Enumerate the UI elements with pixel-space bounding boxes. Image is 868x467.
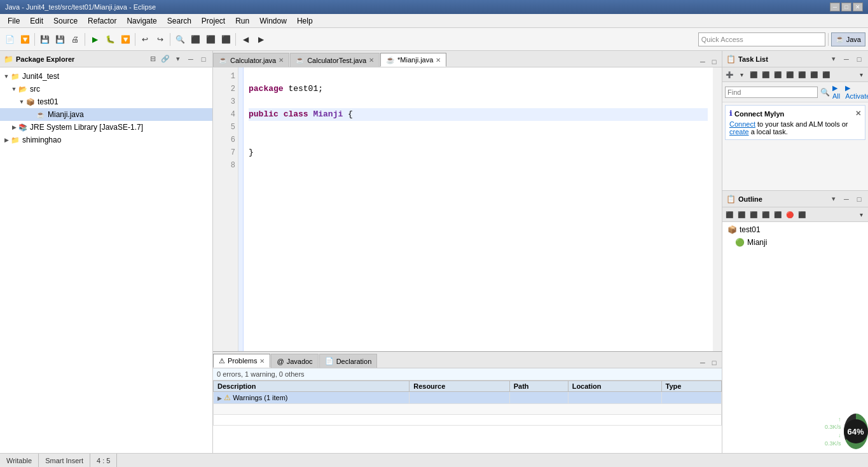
outline-btn-7[interactable]: ⬛ — [796, 209, 808, 220]
maximize-editor-button[interactable]: □ — [709, 57, 719, 67]
tab-close-calculator[interactable]: ✕ — [279, 57, 284, 64]
outline-btn-6[interactable]: 🔴 — [784, 209, 796, 220]
maximize-tasks-button[interactable]: □ — [854, 54, 864, 64]
outline-btn-4[interactable]: ⬛ — [760, 209, 771, 220]
maximize-bottom-button[interactable]: □ — [709, 358, 719, 368]
activate-label[interactable]: ▶ Activate... — [845, 84, 868, 100]
task-view-options[interactable]: ▾ — [855, 69, 867, 80]
outline-btn-5[interactable]: ⬛ — [772, 209, 783, 220]
col-location[interactable]: Location — [568, 381, 661, 392]
maximize-button[interactable]: □ — [841, 3, 851, 11]
run-button[interactable]: ▶ — [88, 32, 102, 46]
outline-btn-3[interactable]: ⬛ — [748, 209, 759, 220]
minimize-tasks-button[interactable]: ─ — [841, 54, 851, 64]
col-path[interactable]: Path — [509, 381, 568, 392]
outline-btn-1[interactable]: ⬛ — [724, 209, 735, 220]
task-btn-3[interactable]: ⬛ — [760, 69, 771, 80]
toolbar-btn-4[interactable]: ↪ — [153, 32, 167, 46]
toolbar-btn-2[interactable]: 🔽 — [118, 32, 132, 46]
tree-item-jre[interactable]: ▶ 📚 JRE System Library [JavaSE-1.7] — [0, 121, 212, 134]
link-editor-button[interactable]: 🔗 — [160, 54, 170, 64]
toolbar-btn-5[interactable]: 🔍 — [173, 32, 187, 46]
outline-item-mianji[interactable]: 🟢 Mianji — [722, 236, 868, 249]
tab-declaration[interactable]: 📄 Declaration — [319, 354, 378, 368]
toolbar-btn-8[interactable]: ⬛ — [219, 32, 233, 46]
task-view-menu[interactable]: ▾ — [829, 54, 839, 64]
connect-link[interactable]: Connect — [729, 120, 755, 128]
task-btn-2[interactable]: ⬛ — [748, 69, 759, 80]
minimize-panel-button[interactable]: ─ — [186, 54, 196, 64]
outline-title: Outline — [738, 195, 826, 203]
debug-button[interactable]: 🐛 — [103, 32, 117, 46]
tree-item-test01[interactable]: ▼ 📦 test01 — [0, 95, 212, 108]
menu-edit[interactable]: Edit — [25, 15, 48, 27]
minimize-outline-button[interactable]: ─ — [841, 194, 851, 204]
task-btn-7[interactable]: ⬛ — [808, 69, 820, 80]
code-editor[interactable]: 1 2 3 4 5 6 7 8 package test01; public c… — [213, 67, 722, 351]
tab-javadoc[interactable]: @ Javadoc — [271, 354, 318, 368]
minimize-button[interactable]: ─ — [830, 3, 840, 11]
outline-btn-2[interactable]: ⬛ — [736, 209, 747, 220]
task-btn-1[interactable]: ▾ — [736, 69, 747, 80]
task-btn-4[interactable]: ⬛ — [772, 69, 783, 80]
perspective-java-button[interactable]: ☕ Java — [831, 32, 865, 46]
toolbar-btn-9[interactable]: ◀ — [238, 32, 252, 46]
task-find-input[interactable] — [725, 87, 818, 98]
task-btn-8[interactable]: ⬛ — [820, 69, 832, 80]
maximize-panel-button[interactable]: □ — [198, 54, 209, 64]
tab-close-calculatortest[interactable]: ✕ — [369, 57, 374, 64]
col-resource[interactable]: Resource — [410, 381, 510, 392]
new-button[interactable]: 📄 — [3, 32, 17, 46]
minimize-bottom-button[interactable]: ─ — [698, 358, 708, 368]
menu-search[interactable]: Search — [162, 15, 196, 27]
save-all-button[interactable]: 💾 — [53, 32, 67, 46]
tab-close-mianji[interactable]: ✕ — [436, 57, 441, 64]
outline-item-test01[interactable]: 📦 test01 — [722, 223, 868, 236]
tab-mianji[interactable]: ☕ *Mianji.java ✕ — [380, 53, 446, 67]
task-btn-5[interactable]: ⬛ — [784, 69, 796, 80]
view-menu-button[interactable]: ▾ — [173, 54, 183, 64]
all-label[interactable]: ▶ All — [832, 84, 840, 100]
outline-view-menu[interactable]: ▾ — [829, 194, 839, 204]
tab-calculator[interactable]: ☕ Calculator.java ✕ — [213, 53, 289, 67]
tab-icon: ☕ — [296, 56, 305, 64]
menu-navigate[interactable]: Navigate — [121, 15, 162, 27]
new-task-button[interactable]: ➕ — [724, 69, 735, 80]
tree-item-junit4test[interactable]: ▼ 📁 Junit4_test — [0, 70, 212, 83]
menu-project[interactable]: Project — [196, 15, 230, 27]
toolbar-btn-3[interactable]: ↩ — [138, 32, 152, 46]
tab-problems[interactable]: ⚠ Problems ✕ — [213, 354, 270, 368]
col-description[interactable]: Description — [214, 381, 410, 392]
tree-item-shiminghao[interactable]: ▶ 📁 shiminghao — [0, 134, 212, 146]
save-button[interactable]: 💾 — [38, 32, 52, 46]
tab-calculatortest[interactable]: ☕ CalculatorTest.java ✕ — [290, 53, 380, 67]
col-type[interactable]: Type — [661, 381, 722, 392]
close-button[interactable]: ✕ — [853, 3, 863, 11]
task-btn-6[interactable]: ⬛ — [796, 69, 808, 80]
outline-view-options[interactable]: ▾ — [855, 209, 867, 220]
maximize-outline-button[interactable]: □ — [854, 194, 864, 204]
menu-refactor[interactable]: Refactor — [83, 15, 121, 27]
toolbar-btn-1[interactable]: 🔽 — [18, 32, 32, 46]
row-expand-arrow[interactable]: ▶ — [217, 395, 222, 401]
menu-source[interactable]: Source — [48, 15, 83, 27]
mylyn-close-button[interactable]: ✕ — [855, 109, 861, 118]
quick-access-field[interactable]: Quick Access — [698, 32, 825, 46]
menu-file[interactable]: File — [3, 15, 25, 27]
tree-item-mianji[interactable]: ☕ Mianji.java — [0, 108, 212, 121]
menu-help[interactable]: Help — [292, 15, 318, 27]
menu-window[interactable]: Window — [254, 15, 292, 27]
tree-item-src[interactable]: ▼ 📂 src — [0, 83, 212, 95]
minimize-editor-button[interactable]: ─ — [698, 57, 708, 67]
vertical-scrollbar[interactable] — [713, 67, 722, 351]
code-content[interactable]: package test01; public class Mianji { } — [244, 67, 713, 351]
tab-close-problems[interactable]: ✕ — [259, 358, 265, 365]
toolbar-btn-10[interactable]: ▶ — [254, 32, 268, 46]
print-button[interactable]: 🖨 — [68, 32, 82, 46]
toolbar-btn-7[interactable]: ⬛ — [203, 32, 217, 46]
create-link[interactable]: create — [729, 128, 749, 136]
menu-run[interactable]: Run — [230, 15, 254, 27]
table-row[interactable]: ▶ ⚠ Warnings (1 item) — [214, 392, 722, 404]
collapse-all-button[interactable]: ⊟ — [148, 54, 158, 64]
toolbar-btn-6[interactable]: ⬛ — [188, 32, 202, 46]
